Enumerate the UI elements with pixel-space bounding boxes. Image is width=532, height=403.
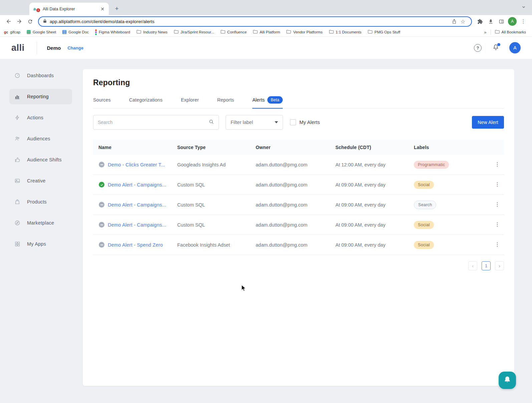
label-pill: Social — [414, 181, 434, 189]
my-alerts-checkbox[interactable] — [290, 119, 296, 125]
sidebar-item-marketplace[interactable]: Marketplace — [9, 215, 72, 231]
chat-widget-button[interactable] — [499, 372, 516, 389]
tab-explorer[interactable]: Explorer — [181, 96, 199, 108]
browser-profile-avatar[interactable]: A — [508, 17, 517, 26]
bookmark-alli-platform[interactable]: Alli Platform — [253, 30, 280, 34]
page-title: Reporting — [93, 78, 504, 87]
app-header: alli Demo Change ? A — [0, 37, 532, 59]
sidebar-item-audience-shifts[interactable]: Audience Shifts — [9, 152, 72, 167]
status-paused-icon — [99, 242, 104, 248]
folder-icon — [329, 30, 334, 34]
bar-chart-icon — [14, 94, 20, 100]
filter-label-select[interactable]: Filter label — [226, 115, 283, 130]
sidebar-item-products[interactable]: Products — [9, 194, 72, 210]
user-avatar[interactable]: A — [509, 42, 521, 53]
row-actions-menu-icon[interactable]: ⋮ — [491, 222, 504, 228]
pagination: ‹ 1 › — [93, 261, 504, 270]
sidebar-item-reporting[interactable]: Reporting — [9, 89, 72, 104]
bookmark-industry-news[interactable]: Industry News — [137, 30, 168, 34]
folder-icon — [286, 30, 291, 34]
bookmark-google-doc[interactable]: Google Doc — [62, 30, 89, 34]
compass-icon — [14, 220, 20, 226]
sidebar-item-my-apps[interactable]: My Apps — [9, 236, 72, 252]
tab-sources[interactable]: Sources — [93, 96, 111, 108]
notifications-bell-icon[interactable] — [492, 44, 499, 52]
download-icon[interactable] — [485, 16, 496, 27]
table-row: Demo Alert - Campaigns... Custom SQL ada… — [93, 195, 504, 215]
reload-icon[interactable] — [25, 16, 35, 27]
browser-menu-icon[interactable]: ⋮ — [518, 16, 529, 27]
alli-logo[interactable]: alli — [11, 43, 25, 53]
bookmark-vendor-platforms[interactable]: Vendor Platforms — [286, 30, 322, 34]
col-owner: Owner — [256, 145, 335, 150]
tab-categorizations[interactable]: Categorizations — [129, 96, 163, 108]
status-paused-icon — [99, 202, 104, 208]
help-icon[interactable]: ? — [474, 44, 482, 52]
all-bookmarks[interactable]: All Bookmarks — [495, 30, 526, 34]
alert-name-link[interactable]: Demo Alert - Spend Zero — [108, 242, 163, 248]
tab-close-icon[interactable]: ✕ — [99, 6, 105, 12]
back-icon[interactable] — [3, 16, 14, 27]
search-input[interactable] — [98, 120, 209, 125]
people-icon — [14, 136, 20, 142]
extensions-icon[interactable] — [475, 16, 485, 27]
bookmark-google-sheet[interactable]: Google Sheet — [27, 30, 56, 34]
url-text[interactable]: app.alliplatform.com/client/demo/data-ex… — [50, 19, 450, 24]
shopping-bag-icon — [14, 199, 20, 205]
alert-name-link[interactable]: Demo Alert - Campaigns... — [108, 222, 166, 228]
reporting-tabs: Sources Categorizations Explorer Reports… — [93, 96, 504, 109]
row-actions-menu-icon[interactable]: ⋮ — [491, 202, 504, 208]
alert-name-link[interactable]: Demo - Clicks Greater T... — [108, 162, 165, 167]
tab-alerts[interactable]: Alerts Beta — [252, 96, 283, 109]
alert-name-link[interactable]: Demo Alert - Campaigns... — [108, 182, 166, 187]
tab-reports[interactable]: Reports — [217, 96, 234, 108]
gifcap-icon: gc — [4, 30, 8, 34]
current-page-button[interactable]: 1 — [482, 261, 491, 270]
my-alerts-checkbox-group[interactable]: My Alerts — [290, 119, 320, 125]
status-paused-icon — [99, 222, 104, 228]
bookmark-jira[interactable]: Jira/Sprint Resour... — [174, 30, 214, 34]
side-panel-icon[interactable] — [496, 16, 507, 27]
bookmark-pmg-ops[interactable]: PMG Ops Stuff — [368, 30, 400, 34]
label-pill: Search — [414, 200, 436, 209]
alert-name-link[interactable]: Demo Alert - Campaigns... — [108, 202, 166, 208]
image-icon — [14, 178, 20, 184]
new-tab-button[interactable]: + — [112, 4, 121, 13]
change-client-link[interactable]: Change — [67, 45, 83, 50]
share-icon[interactable] — [450, 17, 459, 26]
sidebar-item-dashboards[interactable]: Dashboards — [9, 68, 72, 83]
my-alerts-label: My Alerts — [299, 120, 320, 125]
col-source-type: Source Type — [177, 145, 256, 150]
search-input-wrap[interactable] — [93, 115, 219, 130]
bookmark-gifcap[interactable]: gc gifcap — [4, 30, 20, 34]
bookmarks-overflow-icon[interactable]: » — [484, 30, 486, 35]
bell-icon — [503, 375, 512, 385]
bookmark-star-icon[interactable]: ☆ — [459, 17, 467, 26]
prev-page-button[interactable]: ‹ — [468, 261, 477, 270]
browser-tab-strip: a 5 Alli Data Explorer ✕ + — [0, 0, 532, 15]
sidebar-item-actions[interactable]: Actions — [9, 110, 72, 125]
bookmark-confluence[interactable]: Confluence — [221, 30, 247, 34]
new-alert-button[interactable]: New Alert — [472, 116, 504, 129]
alli-favicon-icon: a 5 — [33, 6, 40, 12]
table-header: Name Source Type Owner Schedule (CDT) La… — [93, 140, 504, 155]
figma-icon — [95, 29, 97, 35]
row-actions-menu-icon[interactable]: ⋮ — [491, 182, 504, 187]
folder-icon — [368, 30, 372, 34]
forward-icon[interactable] — [14, 16, 25, 27]
row-actions-menu-icon[interactable]: ⋮ — [491, 242, 504, 248]
next-page-button[interactable]: › — [495, 261, 504, 270]
bookmark-figma[interactable]: Figma Whiteboard — [95, 29, 130, 35]
chevron-down-icon[interactable] — [521, 5, 526, 11]
bookmark-11-documents[interactable]: 1:1 Documents — [329, 30, 361, 34]
notification-dot — [497, 43, 500, 46]
sidebar-item-creative[interactable]: Creative — [9, 173, 72, 188]
browser-tab[interactable]: a 5 Alli Data Explorer ✕ — [29, 3, 109, 15]
sidebar-item-audiences[interactable]: Audiences — [9, 131, 72, 146]
url-bar[interactable]: app.alliplatform.com/client/demo/data-ex… — [38, 16, 472, 27]
gauge-icon — [14, 73, 20, 79]
table-row: Demo - Clicks Greater T... Googleads Ins… — [93, 155, 504, 175]
tab-title: Alli Data Explorer — [43, 7, 99, 11]
label-pill: Social — [414, 221, 434, 229]
row-actions-menu-icon[interactable]: ⋮ — [491, 162, 504, 167]
